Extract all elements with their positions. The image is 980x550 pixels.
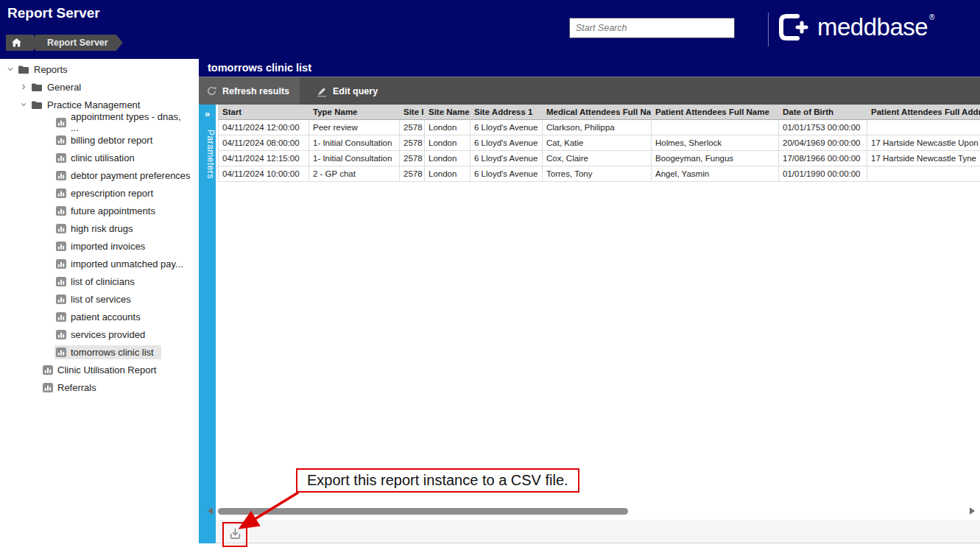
chevron-down-icon[interactable] <box>4 66 16 73</box>
page-title: Report Server <box>7 5 100 21</box>
report-bar-chart-icon <box>56 171 66 180</box>
column-header: Site Name <box>425 105 470 120</box>
tree-item[interactable]: General <box>0 78 199 96</box>
report-bar-chart-icon <box>56 330 66 339</box>
tree-item[interactable]: list of services <box>0 290 199 308</box>
refresh-results-label: Refresh results <box>222 86 289 96</box>
report-bar-chart-icon <box>56 277 66 286</box>
edit-query-button[interactable]: Edit query <box>307 77 387 105</box>
tree-item[interactable]: tomorrows clinic list <box>0 343 199 361</box>
table-cell <box>867 120 980 135</box>
breadcrumb-item-report-server[interactable]: Report Server <box>35 35 123 51</box>
tree-item-label: eprescription report <box>71 188 153 199</box>
tree-item[interactable]: future appointments <box>0 202 199 219</box>
tree-item[interactable]: list of clinicians <box>0 272 199 290</box>
annotation-callout: Export this report instance to a CSV fil… <box>296 468 579 493</box>
table-cell: 04/11/2024 12:00:00 <box>218 120 309 135</box>
tree-item[interactable]: Reports <box>0 60 199 78</box>
table-cell: 17 Hartside Newcastle Upon <box>867 135 980 151</box>
table-cell: Boogeyman, Fungus <box>652 151 779 166</box>
table-cell: 17 Hartside Newcastle Tyne <box>867 151 980 166</box>
table-cell: Holmes, Sherlock <box>652 135 779 151</box>
report-titlebar: tomorrows clinic list <box>199 59 980 77</box>
column-header: Site Id <box>400 105 425 120</box>
table-cell: 2578 <box>400 166 425 182</box>
tree-item[interactable]: imported invoices <box>0 237 199 255</box>
tree-item-label: imported invoices <box>71 241 145 252</box>
tree-item-label: debtor payment preferences <box>71 170 191 181</box>
table-cell: Angel, Yasmin <box>652 166 779 182</box>
chevron-double-right-icon[interactable]: » <box>199 105 216 119</box>
chevron-right-icon[interactable] <box>18 83 29 91</box>
table-row: 04/11/2024 08:00:001- Initial Consultati… <box>218 135 980 151</box>
tree-item[interactable]: Clinic Utilisation Report <box>0 361 199 378</box>
export-csv-button[interactable] <box>227 525 243 541</box>
column-header: Medical Attendees Full Name <box>543 105 652 120</box>
tree-item-label: General <box>47 82 81 93</box>
tree-item[interactable]: imported unmatched pay... <box>0 255 199 272</box>
tree-item-label: Practice Management <box>47 99 140 110</box>
tree-item-label: future appointments <box>71 205 155 216</box>
table-header-row: StartType NameSite IdSite NameSite Addre… <box>218 105 980 120</box>
table-cell: Peer review <box>309 120 400 135</box>
table-cell: London <box>425 135 470 151</box>
breadcrumb: Report Server <box>6 35 123 51</box>
table-cell: London <box>425 120 470 135</box>
tree-item[interactable]: Referrals <box>0 378 199 396</box>
column-header: Date of Birth <box>779 105 867 120</box>
table-cell: 20/04/1969 00:00:00 <box>779 135 867 151</box>
report-bar-chart-icon <box>43 383 53 392</box>
table-cell: 2 - GP chat <box>309 166 400 182</box>
folder-icon <box>31 100 43 110</box>
report-bar-chart-icon <box>56 241 66 251</box>
tree-item[interactable]: high risk drugs <box>0 219 199 237</box>
scroll-left-arrow-icon[interactable] <box>208 507 213 515</box>
chevron-down-icon[interactable] <box>18 101 29 108</box>
report-bar-chart-icon <box>43 365 53 375</box>
column-header: Patient Attendees Full Addre <box>867 105 980 120</box>
tree-item[interactable]: patient accounts <box>0 308 199 325</box>
tree-item[interactable]: clinic utilisation <box>0 149 199 166</box>
edit-pencil-icon <box>316 85 328 97</box>
table-cell: 1- Initial Consultation <box>309 135 400 151</box>
registered-mark: ® <box>929 13 934 21</box>
parameters-panel-collapsed[interactable]: » Parameters <box>199 105 216 543</box>
tree-item[interactable]: services provided <box>0 325 199 343</box>
tree-item-label: list of services <box>71 294 131 305</box>
report-bar-chart-icon <box>56 188 66 198</box>
tree-item-label: patient accounts <box>71 311 141 322</box>
table-cell: 1- Initial Consultation <box>309 151 400 166</box>
tree-item[interactable]: debtor payment preferences <box>0 166 199 184</box>
table-cell: 04/11/2024 10:00:00 <box>218 166 309 182</box>
meddbase-bracket-plus-icon <box>778 13 808 41</box>
tree-item-label: Clinic Utilisation Report <box>57 364 156 376</box>
report-bar-chart-icon <box>56 224 66 233</box>
toolbar: Refresh results Edit query <box>199 77 980 105</box>
tree-item-label: high risk drugs <box>71 223 133 234</box>
table-cell: 04/11/2024 08:00:00 <box>218 135 309 151</box>
tree-item[interactable]: eprescription report <box>0 184 199 202</box>
tree-item-label: Reports <box>34 64 68 75</box>
table-row: 04/11/2024 10:00:002 - GP chat2578London… <box>218 166 980 182</box>
search-input[interactable] <box>569 18 735 38</box>
table-row: 04/11/2024 12:00:00Peer review2578London… <box>218 120 980 135</box>
report-bar-chart-icon <box>56 295 66 304</box>
meddbase-logo: meddbase ® <box>778 13 933 41</box>
edit-query-label: Edit query <box>333 86 378 96</box>
horizontal-scrollbar-thumb[interactable] <box>218 508 628 515</box>
tree-item[interactable]: appointment types - dnas, ... <box>0 113 199 131</box>
table-cell: 01/01/1753 00:00:00 <box>779 120 867 135</box>
refresh-results-button[interactable]: Refresh results <box>199 77 300 105</box>
table-cell: 6 Lloyd's Avenue <box>470 135 543 151</box>
tree-item-label: Referrals <box>57 382 96 393</box>
breadcrumb-home[interactable] <box>6 35 40 51</box>
table-cell: Cox, Claire <box>543 151 652 166</box>
scroll-right-arrow-icon[interactable] <box>970 507 975 515</box>
column-header: Site Address 1 <box>470 105 543 120</box>
table-cell <box>652 120 779 135</box>
table-cell: 04/11/2024 12:15:00 <box>218 151 309 166</box>
column-header: Start <box>218 105 309 120</box>
report-bar-chart-icon <box>56 259 66 269</box>
column-header: Type Name <box>309 105 400 120</box>
table-cell <box>867 166 980 182</box>
